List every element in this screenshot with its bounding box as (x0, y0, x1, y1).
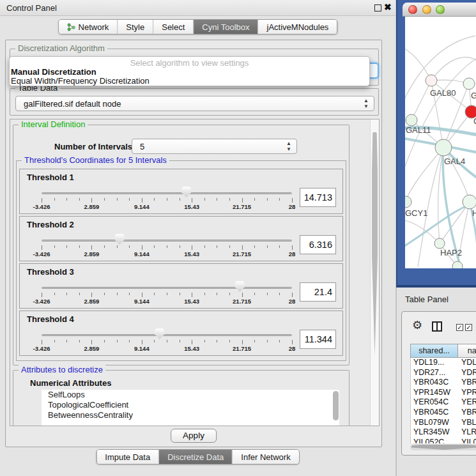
checkbox-checked-icon[interactable]: ✓ (456, 324, 463, 331)
dropdown-options: Manual DiscretizationEqual Width/Frequen… (10, 68, 369, 86)
apply-button[interactable]: Apply (171, 429, 217, 443)
numerical-attributes-list[interactable]: SelfLoopsTopologicalCoefficientBetweenne… (42, 390, 339, 426)
tick-mark (217, 198, 217, 201)
cell-shared-name: YDL19... (411, 358, 459, 368)
tab-discretize-data[interactable]: Discretize Data (158, 450, 232, 464)
network-node[interactable] (426, 75, 437, 86)
table-row[interactable]: YDR27...YDR27 (411, 368, 476, 378)
tick-mark (117, 293, 118, 295)
tab-select[interactable]: Select (153, 20, 193, 34)
close-icon[interactable]: ✖ (384, 2, 392, 12)
zoom-traffic-light-icon[interactable] (436, 5, 445, 14)
tick-label: 2.859 (84, 345, 100, 352)
table-row[interactable]: YPR145WYPR145W (411, 388, 476, 398)
dropdown-option-manual-discretization[interactable]: Manual Discretization (10, 68, 369, 77)
network-tab-icon (67, 23, 75, 31)
column-header-shared-name[interactable]: shared... (410, 344, 458, 358)
number-of-intervals-spinner[interactable]: 5 ▲▼ (132, 139, 297, 154)
network-node[interactable] (434, 238, 445, 249)
scrollbar-thumb[interactable] (411, 445, 476, 450)
tab-network[interactable]: Network (59, 20, 118, 34)
table-row[interactable]: YLR345WYLR345W (411, 427, 476, 438)
slider-thumb[interactable] (235, 281, 245, 292)
network-edge (405, 55, 476, 176)
number-of-intervals-label: Number of Intervals (54, 142, 132, 151)
minimize-traffic-light-icon[interactable] (422, 5, 431, 14)
threshold-value-field[interactable]: 11.344 (300, 330, 336, 349)
tab-cyni-toolbox[interactable]: Cyni Toolbox (193, 20, 257, 34)
tick-mark (79, 245, 80, 248)
tick-mark (154, 245, 155, 248)
float-window-icon[interactable] (374, 4, 381, 12)
spinner-stepper-icon: ▲▼ (286, 141, 291, 152)
network-canvas[interactable]: GAL80GACGAL11GAL4GCY1HHAP2 (405, 17, 476, 268)
cell-name: YPR145W (459, 388, 476, 398)
network-node[interactable] (406, 114, 417, 126)
tab-style[interactable]: Style (117, 20, 153, 34)
tab-infer-network[interactable]: Infer Network (232, 450, 298, 464)
slider-track[interactable] (42, 287, 292, 289)
tick-label: 15.43 (184, 203, 199, 210)
tick-mark (66, 198, 67, 201)
table-panel-box: ⚙ ✓ ✓ shared... name YDL19...YDL19YDR27.… (401, 311, 476, 456)
tick-mark (242, 198, 243, 203)
tick-mark (204, 293, 205, 295)
network-node[interactable] (405, 196, 411, 208)
table-row[interactable]: YBL079WYBL079W (411, 418, 476, 428)
table-row[interactable]: YBR045CYBR045C (411, 408, 476, 418)
table-row[interactable]: YBR043CYBR043C (411, 378, 476, 388)
network-node[interactable] (452, 261, 463, 268)
node-label: GA (471, 91, 476, 100)
column-header-name[interactable]: name (458, 344, 476, 358)
close-traffic-light-icon[interactable] (408, 5, 417, 14)
settings-vertical-scrollbar[interactable] (370, 119, 379, 426)
tick-mark (229, 340, 230, 342)
network-node[interactable] (435, 139, 452, 156)
node-table: shared... name YDL19...YDL19YDR27...YDR2… (410, 344, 476, 443)
slider-track[interactable] (42, 240, 292, 242)
network-window-titlebar[interactable] (403, 3, 476, 17)
tick-label: 28 (289, 298, 296, 305)
network-view-window[interactable]: GAL80GACGAL11GAL4GCY1HHAP2 (396, 0, 476, 288)
slider-thumb[interactable] (115, 234, 125, 245)
tick-label: 28 (289, 345, 296, 352)
attribute-item-topologicalcoefficient[interactable]: TopologicalCoefficient (42, 400, 339, 410)
network-node[interactable] (463, 195, 476, 209)
slider-thumb[interactable] (155, 328, 164, 339)
cell-shared-name: YLR345W (411, 427, 459, 438)
table-row[interactable]: YIL052CYIL052C (411, 438, 476, 443)
slider-track[interactable] (42, 334, 292, 336)
threshold-value-field[interactable]: 6.316 (300, 235, 336, 254)
tab-impute-data[interactable]: Impute Data (96, 450, 158, 464)
network-node[interactable] (463, 78, 475, 89)
table-row[interactable]: YER054CYER054C (411, 397, 476, 408)
attribute-item-selfloops[interactable]: SelfLoops (42, 390, 339, 400)
tick-mark (267, 293, 268, 295)
tick-mark (42, 198, 42, 203)
cell-shared-name: YPR145W (411, 388, 459, 398)
tick-label: -3.426 (33, 250, 50, 257)
tick-mark (267, 245, 268, 248)
tab-jactivemnodules[interactable]: jActiveMNodules (258, 20, 337, 34)
gear-icon[interactable]: ⚙ (412, 318, 422, 332)
tick-mark (217, 245, 217, 248)
cell-name: YBL079W (459, 418, 476, 428)
attribute-item-betweennesscentrality[interactable]: BetweennessCentrality (42, 410, 339, 420)
slider-thumb[interactable] (181, 187, 191, 197)
table-horizontal-scrollbar[interactable] (410, 444, 476, 450)
table-data-combobox[interactable]: galFiltered.sif default node ▲▼ (15, 96, 374, 111)
algorithm-dropdown-popup: Select algorithm to view settings Manual… (9, 56, 370, 86)
tick-mark (292, 293, 293, 297)
node-label: H (472, 208, 476, 218)
dropdown-option-equal-width-frequency-discretization[interactable]: Equal Width/Frequency Discretization (10, 77, 369, 86)
tick-mark (54, 340, 55, 342)
scrollbar-thumb[interactable] (372, 132, 378, 356)
threshold-value-field[interactable]: 21.4 (300, 282, 336, 302)
list-scrollbar[interactable] (333, 391, 339, 420)
split-columns-icon[interactable] (432, 321, 442, 332)
tab-label: Impute Data (105, 452, 150, 462)
table-row[interactable]: YDL19...YDL19 (411, 358, 476, 368)
threshold-value-field[interactable]: 14.713 (300, 188, 336, 207)
checkbox-checked-icon[interactable]: ✓ (465, 324, 472, 331)
slider-track[interactable] (42, 192, 292, 194)
